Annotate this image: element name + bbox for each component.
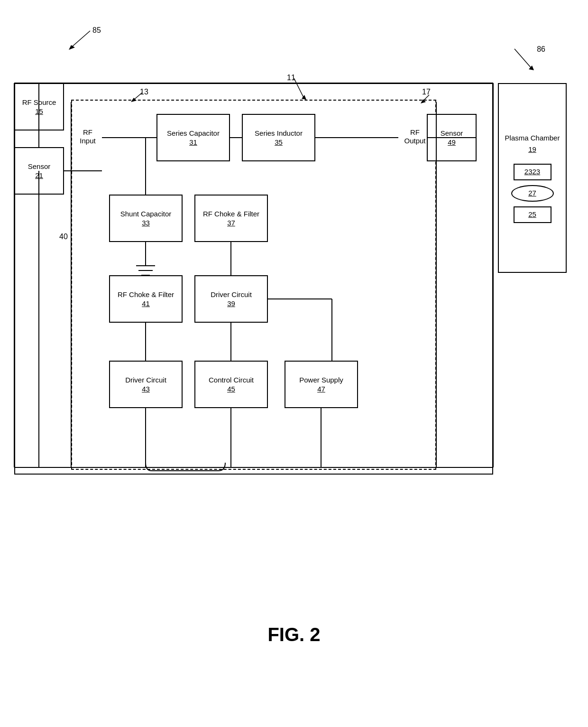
figure-caption: FIG. 2: [0, 624, 588, 645]
driver-circuit-bottom-ref: 43: [142, 384, 150, 394]
svg-marker-1: [69, 45, 75, 50]
svg-line-6: [294, 78, 303, 97]
series-inductor-ref: 35: [275, 138, 283, 147]
rf-choke-filter-left-label: RF Choke & Filter: [118, 290, 174, 299]
series-capacitor-label: Series Capacitor: [167, 129, 220, 138]
callout-40: 40: [59, 233, 68, 241]
callout-86-arrow: [507, 47, 545, 75]
svg-line-0: [71, 31, 90, 47]
diagram: 85 86 RF Source 15 Sensor 21 13 11 17: [0, 0, 588, 664]
sensor-right-ref: 49: [448, 138, 456, 147]
driver-circuit-bottom-box: Driver Circuit 43: [109, 361, 183, 408]
power-supply-ref: 47: [317, 384, 325, 394]
shunt-capacitor-ref: 33: [142, 218, 150, 228]
shunt-capacitor-label: Shunt Capacitor: [120, 209, 172, 219]
control-circuit-label: Control Circuit: [209, 375, 254, 385]
rf-choke-filter-top-box: RF Choke & Filter 37: [194, 195, 268, 242]
series-capacitor-box: Series Capacitor 31: [156, 114, 230, 161]
control-circuit-ref: 45: [227, 384, 235, 394]
callout-85-arrow: [62, 28, 100, 52]
plasma-25-box: 25: [514, 206, 551, 223]
plasma-chamber-box: Plasma Chamber 19 2323 27 25: [498, 83, 567, 273]
plasma-chamber-label: Plasma Chamber: [505, 133, 560, 143]
driver-circuit-top-ref: 39: [227, 299, 235, 308]
series-inductor-label: Series Inductor: [255, 129, 303, 138]
svg-line-2: [514, 49, 531, 68]
rf-choke-filter-left-box: RF Choke & Filter 41: [109, 275, 183, 323]
sensor-right-label: Sensor: [441, 129, 463, 138]
plasma-chamber-ref: 19: [528, 145, 536, 154]
driver-circuit-bottom-label: Driver Circuit: [125, 375, 166, 385]
driver-circuit-top-label: Driver Circuit: [211, 290, 252, 299]
shunt-capacitor-box: Shunt Capacitor 33: [109, 195, 183, 242]
power-supply-box: Power Supply 47: [285, 361, 358, 408]
rf-choke-filter-top-ref: 37: [227, 218, 235, 228]
rf-choke-filter-top-label: RF Choke & Filter: [203, 209, 259, 219]
plasma-23-box: 2323: [514, 164, 551, 180]
driver-circuit-top-box: Driver Circuit 39: [194, 275, 268, 323]
power-supply-label: Power Supply: [299, 375, 343, 385]
sensor-right-box: Sensor 49: [427, 114, 477, 161]
series-inductor-box: Series Inductor 35: [242, 114, 315, 161]
series-capacitor-ref: 31: [189, 138, 197, 147]
control-circuit-box: Control Circuit 45: [194, 361, 268, 408]
rf-choke-filter-left-ref: 41: [142, 299, 150, 308]
plasma-27-box: 27: [511, 185, 554, 202]
